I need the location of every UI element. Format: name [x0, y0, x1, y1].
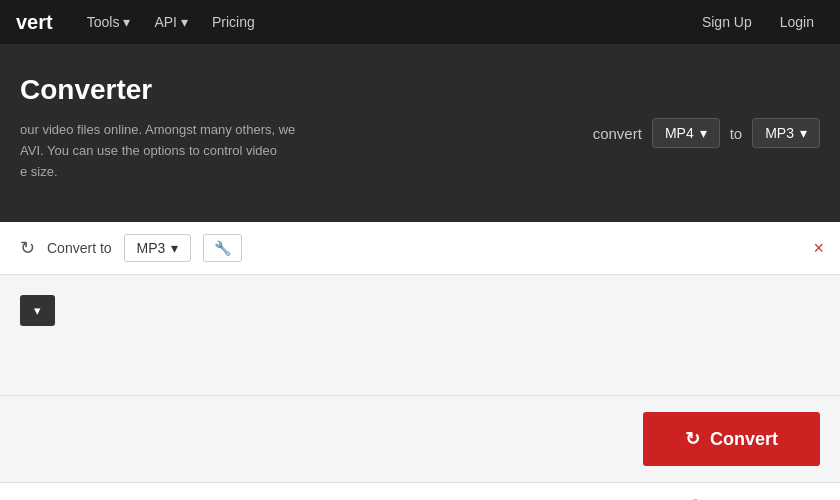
- from-format-value: MP4: [665, 125, 694, 141]
- close-button[interactable]: ×: [813, 238, 824, 259]
- from-format-chevron: ▾: [700, 125, 707, 141]
- nav-api-label: API: [154, 14, 177, 30]
- nav-item-api[interactable]: API ▾: [144, 8, 198, 36]
- wrench-icon: 🔧: [214, 240, 231, 256]
- to-format-chevron: ▾: [800, 125, 807, 141]
- to-label: to: [730, 125, 743, 142]
- hero-description: our video files online. Amongst many oth…: [20, 120, 310, 182]
- convert-button-label: Convert: [710, 429, 778, 450]
- nav-logo[interactable]: vert: [16, 11, 53, 34]
- file-item-button[interactable]: ▾: [20, 295, 55, 326]
- file-area: ▾: [0, 275, 840, 395]
- tools-chevron-icon: ▾: [123, 14, 130, 30]
- api-chevron-icon: ▾: [181, 14, 188, 30]
- refresh-icon[interactable]: ↻: [20, 237, 35, 259]
- chevron-down-icon: ▾: [34, 303, 41, 318]
- nav-tools-label: Tools: [87, 14, 120, 30]
- convert-format-chevron: ▾: [171, 240, 178, 256]
- convert-label: convert: [593, 125, 642, 142]
- nav-signup-button[interactable]: Sign Up: [692, 8, 762, 36]
- from-format-select[interactable]: MP4 ▾: [652, 118, 720, 148]
- settings-button[interactable]: 🔧: [203, 234, 242, 262]
- page-title: Converter: [20, 74, 820, 106]
- navbar: vert Tools ▾ API ▾ Pricing Sign Up Login: [0, 0, 840, 44]
- convert-button[interactable]: ↻ Convert: [643, 412, 820, 466]
- convert-action-area: ↻ Convert: [0, 395, 840, 482]
- nav-item-pricing[interactable]: Pricing: [202, 8, 265, 36]
- nav-right: Sign Up Login: [692, 8, 824, 36]
- nav-item-tools[interactable]: Tools ▾: [77, 8, 141, 36]
- nav-login-button[interactable]: Login: [770, 8, 824, 36]
- convert-bar: ↻ Convert to MP3 ▾ 🔧 ×: [0, 222, 840, 275]
- convert-format-select[interactable]: MP3 ▾: [124, 234, 192, 262]
- hero-converter: convert MP4 ▾ to MP3 ▾: [593, 118, 820, 148]
- footer: urces Legal Contact © 2024 Lunaweb GmbH: [0, 482, 840, 500]
- convert-format-value: MP3: [137, 240, 166, 256]
- nav-pricing-label: Pricing: [212, 14, 255, 30]
- main-area: ↻ Convert to MP3 ▾ 🔧 × ▾ ↻ Convert: [0, 222, 840, 482]
- to-format-value: MP3: [765, 125, 794, 141]
- close-icon: ×: [813, 238, 824, 258]
- hero-section: Converter our video files online. Amongs…: [0, 44, 840, 222]
- to-format-select[interactable]: MP3 ▾: [752, 118, 820, 148]
- nav-items: Tools ▾ API ▾ Pricing: [77, 8, 692, 36]
- convert-to-label: Convert to: [47, 240, 112, 256]
- convert-refresh-icon: ↻: [685, 428, 700, 450]
